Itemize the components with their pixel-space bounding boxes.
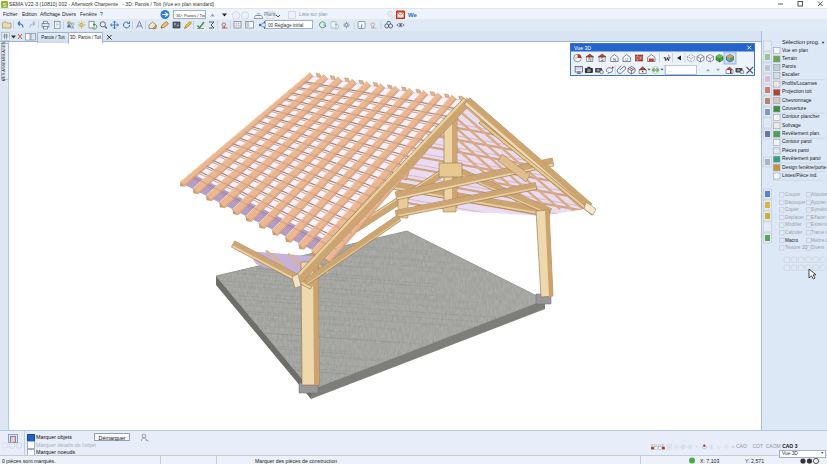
svg-text:N: N (613, 57, 616, 62)
svg-text:We: We (408, 11, 418, 17)
svg-text:S: S (3, 1, 7, 7)
svg-text:N: N (588, 57, 591, 62)
svg-text:i: i (361, 22, 363, 29)
svg-text:S: S (601, 57, 604, 62)
svg-text:Vue 3D: Vue 3D (574, 45, 591, 51)
svg-text:...: ... (668, 68, 672, 73)
